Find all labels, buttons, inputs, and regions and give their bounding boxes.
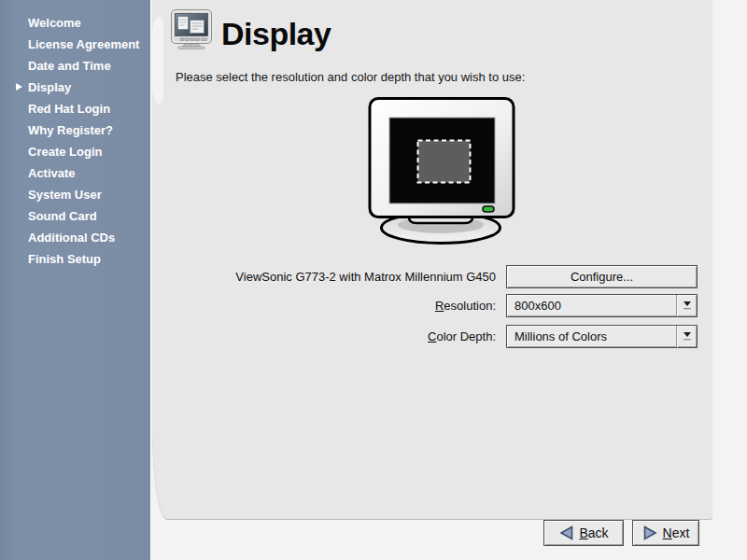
resolution-dropdown-arrow-icon[interactable] <box>676 295 697 316</box>
setup-steps-list: Welcome License Agreement Date and Time … <box>0 12 150 270</box>
color-depth-dropdown[interactable]: Millions of Colors <box>506 325 698 348</box>
current-step-arrow-icon <box>16 83 22 91</box>
color-depth-dropdown-arrow-icon[interactable] <box>676 326 697 347</box>
sidebar-item-license-agreement: License Agreement <box>0 34 150 55</box>
page-subtitle: Please select the resolution and color d… <box>176 70 525 84</box>
configure-button[interactable]: Configure... <box>506 265 698 288</box>
sidebar-item-sound-card: Sound Card <box>0 205 150 227</box>
sidebar-item-red-hat-login: Red Hat Login <box>0 98 150 119</box>
sidebar: Welcome License Agreement Date and Time … <box>0 0 151 560</box>
color-depth-label: Color Depth: <box>428 325 496 348</box>
sidebar-item-system-user: System User <box>0 184 150 205</box>
sidebar-item-date-and-time: Date and Time <box>0 55 150 77</box>
sidebar-edge-decoration <box>152 17 163 104</box>
power-led <box>483 206 494 212</box>
device-label: ViewSonic G773-2 with Matrox Millennium … <box>235 265 496 288</box>
sidebar-item-create-login: Create Login <box>0 141 150 162</box>
back-arrow-icon <box>558 525 574 540</box>
sidebar-item-why-register: Why Register? <box>0 119 150 141</box>
sidebar-item-finish-setup: Finish Setup <box>0 248 150 270</box>
resolution-value: 747x560 <box>507 295 676 316</box>
back-button[interactable]: Back <box>543 520 624 546</box>
firstboot-window: Welcome License Agreement Date and Time … <box>0 0 747 560</box>
monitor-preview-graphic <box>366 96 519 245</box>
next-button[interactable]: Next <box>632 520 699 546</box>
sidebar-item-display: Display <box>0 77 150 98</box>
sidebar-item-activate: Activate <box>0 162 150 184</box>
sidebar-item-welcome: Welcome <box>0 12 150 34</box>
sidebar-item-additional-cds: Additional CDs <box>0 227 150 248</box>
page-title: Display <box>221 16 331 52</box>
display-page-icon <box>170 8 213 49</box>
resolution-label: Resolution: <box>435 294 496 317</box>
resolution-preview-area <box>418 141 471 183</box>
next-arrow-icon <box>642 525 658 540</box>
color-depth-value: Millions of Colors <box>507 326 676 347</box>
resolution-dropdown[interactable]: 747x560 <box>506 294 698 317</box>
